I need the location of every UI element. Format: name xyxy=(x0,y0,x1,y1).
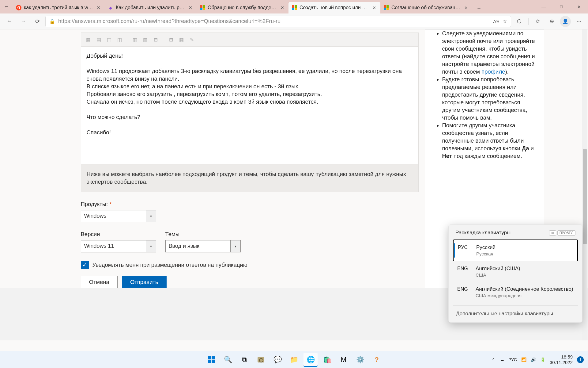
checkbox-checked-icon[interactable]: ✓ xyxy=(81,261,89,269)
notifications-badge[interactable]: 1 xyxy=(577,356,584,363)
windows-taskbar: 🔍 ⧉ 💬 📁 🌐 🛍️ M ⚙️ ? ＾ ☁ РУС 📶 🔊 🔋 18:59 … xyxy=(0,351,588,368)
tab-1[interactable]: ◆ Как добавить или удалить раск ✕ xyxy=(105,2,197,13)
insert-column-left-icon[interactable]: ◫ xyxy=(105,35,114,44)
language-item-eng-us[interactable]: ENG Английский (США) США xyxy=(453,261,578,282)
store-app-icon[interactable]: 🛍️ xyxy=(320,353,334,367)
tab-2[interactable]: Обращение в службу поддержк ✕ xyxy=(197,2,288,13)
task-view-button[interactable]: ⧉ xyxy=(237,353,251,367)
sidebar-tip: Следите за уведомлениями по электронной … xyxy=(442,30,536,76)
language-item-eng-uk[interactable]: ENG Английский (Соединенное Королевство)… xyxy=(453,282,578,302)
close-icon[interactable]: ✕ xyxy=(96,5,102,11)
reader-mode-button[interactable]: AЯ xyxy=(493,19,499,24)
table-icon[interactable]: ▦ xyxy=(84,35,93,44)
editor-line xyxy=(87,60,413,67)
browser-tabs: Я как удалить третий язык в wind ✕ ◆ Как… xyxy=(13,0,535,13)
tab-title: как удалить третий язык в wind xyxy=(24,5,93,10)
camera-app-icon[interactable] xyxy=(254,353,268,367)
start-button[interactable] xyxy=(204,353,218,367)
search-button[interactable]: 🔍 xyxy=(221,353,235,367)
minimize-button[interactable]: ― xyxy=(535,0,552,13)
scrollbar-thumb[interactable] xyxy=(583,149,587,244)
submit-button[interactable]: Отправить xyxy=(122,276,167,289)
tab-3[interactable]: Создать новый вопрос или нач ✕ xyxy=(288,2,380,13)
language-sub: США xyxy=(476,272,520,278)
reload-button[interactable]: ⟳ xyxy=(31,15,43,28)
new-tab-button[interactable]: ＋ xyxy=(473,2,484,13)
wifi-icon[interactable]: 📶 xyxy=(521,357,526,362)
favorite-button[interactable]: ☆ xyxy=(503,18,507,25)
tab-overview-button[interactable]: ▭ xyxy=(2,2,11,11)
url-input[interactable]: 🔒 https://answers.microsoft.com/ru-ru/ne… xyxy=(45,16,511,27)
maximize-button[interactable]: □ xyxy=(552,0,570,13)
profile-button[interactable]: 👤 xyxy=(560,16,571,27)
settings-app-icon[interactable]: ⚙️ xyxy=(353,353,367,367)
forward-button[interactable]: → xyxy=(17,15,29,28)
select-value: Ввод и язык xyxy=(169,243,199,249)
insert-row-above-icon[interactable]: ▥ xyxy=(131,35,139,44)
language-name: Русский xyxy=(476,244,496,251)
delete-table-icon[interactable]: ▦ xyxy=(177,35,186,44)
url-text: https://answers.microsoft.com/ru-ru/newt… xyxy=(58,18,490,25)
page-viewport: ▦ ▤ ◫ ◫ ▥ ▥ ⊟ ⊟ ▦ ✎ Добрый день! Windows… xyxy=(0,29,588,340)
help-app-icon[interactable]: ? xyxy=(370,353,384,367)
notify-checkbox-row[interactable]: ✓ Уведомлять меня при размещении ответов… xyxy=(81,261,419,269)
collections-button[interactable]: ⊕ xyxy=(546,15,558,28)
tab-title: Создать новый вопрос или нач xyxy=(300,5,369,10)
onedrive-icon[interactable]: ☁ xyxy=(500,357,504,362)
mail-app-icon[interactable]: M xyxy=(337,353,351,367)
tab-4[interactable]: Соглашение об обслуживании ✕ xyxy=(380,2,472,13)
back-button[interactable]: ← xyxy=(3,15,15,28)
tray-overflow-icon[interactable]: ＾ xyxy=(491,357,496,362)
editor-body[interactable]: Добрый день! Windows 11 продолжает добав… xyxy=(81,46,419,164)
editor-line: Windows 11 продолжает добавлять 3-ю раск… xyxy=(87,67,413,83)
close-icon[interactable]: ✕ xyxy=(187,5,194,11)
language-item-rus[interactable]: РУС Русский Русская xyxy=(453,240,578,261)
language-settings-link[interactable]: Дополнительные настройки клавиатуры xyxy=(453,305,578,319)
keyboard-layout-indicator[interactable]: РУС xyxy=(508,357,517,362)
tab-0[interactable]: Я как удалить третий язык в wind ✕ xyxy=(13,2,105,13)
tray-clock[interactable]: 18:59 30.11.2022 xyxy=(550,354,573,365)
tab-title: Соглашение об обслуживании xyxy=(391,5,461,10)
delete-column-icon[interactable]: ⊟ xyxy=(152,35,160,44)
close-icon[interactable]: ✕ xyxy=(279,5,285,11)
language-name: Английский (США) xyxy=(476,266,520,272)
insert-column-right-icon[interactable]: ◫ xyxy=(115,35,124,44)
address-bar: ← → ⟳ 🔒 https://answers.microsoft.com/ru… xyxy=(0,13,588,29)
cancel-button[interactable]: Отмена xyxy=(81,276,118,289)
favorites-button[interactable]: ✩ xyxy=(532,15,544,28)
editor-line xyxy=(87,106,413,113)
microsoft-icon xyxy=(292,5,297,10)
topics-select[interactable]: Ввод и язык xyxy=(165,240,241,252)
sidebar-tip: Будьте готовы попробовать предлагаемые р… xyxy=(442,76,536,122)
main-column: ▦ ▤ ◫ ◫ ▥ ▥ ⊟ ⊟ ▦ ✎ Добрый день! Windows… xyxy=(81,29,419,289)
tab-actions: ▭ xyxy=(0,0,13,13)
space-key-hint: ПРОБЕЛ xyxy=(557,230,575,236)
vertical-scrollbar[interactable] xyxy=(582,29,587,340)
editor-line xyxy=(87,121,413,129)
table-header-icon[interactable]: ▤ xyxy=(95,35,103,44)
language-sub: Русская xyxy=(476,251,496,256)
language-code: ENG xyxy=(457,266,469,271)
delete-row-icon[interactable]: ⊟ xyxy=(167,35,175,44)
clear-format-icon[interactable]: ✎ xyxy=(188,35,196,44)
language-switcher-title: Раскладка клавиатуры xyxy=(455,230,511,236)
microsoft-icon xyxy=(383,5,389,10)
close-icon[interactable]: ✕ xyxy=(371,5,377,11)
menu-button[interactable]: ⋯ xyxy=(573,15,585,28)
close-icon[interactable]: ✕ xyxy=(463,5,469,11)
volume-icon[interactable]: 🔊 xyxy=(531,357,536,362)
profile-link[interactable]: профиле xyxy=(481,68,505,75)
close-button[interactable]: ✕ xyxy=(570,0,588,13)
chat-app-icon[interactable]: 💬 xyxy=(270,353,285,367)
extensions-button[interactable]: ⬡ xyxy=(513,15,525,28)
insert-row-below-icon[interactable]: ▥ xyxy=(141,35,150,44)
edge-browser-icon[interactable]: 🌐 xyxy=(303,353,318,367)
tab-title: Как добавить или удалить раск xyxy=(116,5,185,10)
file-explorer-icon[interactable]: 📁 xyxy=(287,353,301,367)
editor-line: Что можно сделать? xyxy=(87,113,413,121)
products-select[interactable]: Windows xyxy=(81,210,156,222)
battery-icon[interactable]: 🔋 xyxy=(540,357,545,362)
topics-label: Темы xyxy=(165,231,241,238)
editor-line: Пробовали заново его загрузить , перезаг… xyxy=(87,90,413,98)
versions-select[interactable]: Windows 11 xyxy=(81,240,156,252)
